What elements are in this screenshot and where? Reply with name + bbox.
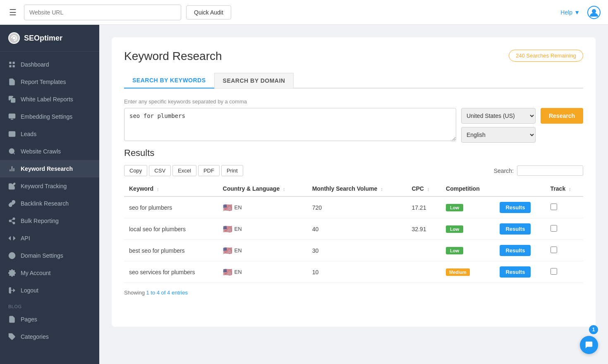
col-track: Track ↕ <box>546 181 583 196</box>
settings-icon <box>8 269 16 277</box>
sort-icon-track[interactable]: ↕ <box>569 187 571 192</box>
sort-icon-volume[interactable]: ↕ <box>381 187 383 192</box>
track-checkbox-2[interactable] <box>551 247 557 253</box>
sidebar-item-keyword-research[interactable]: Keyword Research <box>0 160 99 177</box>
cell-track-0 <box>546 196 583 218</box>
cell-keyword-0: seo for plumbers <box>124 196 218 218</box>
competition-badge-0: Low <box>446 204 463 211</box>
cell-results-btn-1: Results <box>495 218 545 240</box>
svg-point-12 <box>9 148 14 153</box>
table-search-input[interactable] <box>517 165 583 176</box>
excel-button[interactable]: Excel <box>172 165 196 176</box>
search-tabs: SEARCH BY KEYWORDS SEARCH BY DOMAIN <box>124 73 583 89</box>
cell-keyword-2: best seo for plumbers <box>124 240 218 261</box>
tag-icon <box>8 333 16 340</box>
svg-point-19 <box>13 222 15 224</box>
cell-keyword-3: seo services for plumbers <box>124 261 218 283</box>
svg-line-21 <box>11 219 13 220</box>
pdf-button[interactable]: PDF <box>198 165 220 176</box>
research-button[interactable]: Research <box>541 108 583 124</box>
svg-point-3 <box>13 37 15 39</box>
sidebar-item-backlink-research[interactable]: Backlink Research <box>0 195 99 212</box>
sidebar-item-white-label[interactable]: White Label Reports <box>0 91 99 108</box>
track-checkbox-3[interactable] <box>551 268 557 275</box>
flag-icon-0: 🇺🇸 <box>223 203 232 212</box>
col-keyword: Keyword ↕ <box>124 181 218 196</box>
export-buttons: Copy CSV Excel PDF Print <box>124 165 243 176</box>
chevron-down-icon: ▼ <box>574 9 580 16</box>
results-button-2[interactable]: Results <box>500 245 531 256</box>
table-row: seo services for plumbers 🇺🇸 EN 10 Mediu… <box>124 261 583 283</box>
edit-icon <box>8 182 16 190</box>
track-checkbox-0[interactable] <box>551 204 557 210</box>
sidebar-item-bulk-reporting[interactable]: Bulk Reporting <box>0 212 99 230</box>
cell-competition-1: Low <box>441 218 495 240</box>
layout: SEOptimer Dashboard Report Templates Whi… <box>0 25 608 364</box>
cell-country-2: 🇺🇸 EN <box>218 240 307 261</box>
sort-icon-keyword[interactable]: ↕ <box>157 187 159 192</box>
print-button[interactable]: Print <box>221 165 243 176</box>
url-input[interactable] <box>24 5 181 20</box>
sidebar-item-categories[interactable]: Categories <box>0 328 99 345</box>
svg-point-18 <box>9 220 11 222</box>
sidebar-item-report-templates[interactable]: Report Templates <box>0 73 99 91</box>
quick-audit-button[interactable]: Quick Audit <box>186 5 231 19</box>
sort-icon-country[interactable]: ↕ <box>283 187 285 192</box>
sidebar-item-dashboard[interactable]: Dashboard <box>0 56 99 73</box>
sidebar-item-domain-settings[interactable]: Domain Settings <box>0 247 99 264</box>
cell-volume-2: 30 <box>307 240 407 261</box>
hamburger-icon[interactable]: ☰ <box>7 5 19 20</box>
cell-volume-3: 10 <box>307 261 407 283</box>
country-select[interactable]: United States (US) United Kingdom (UK) C… <box>461 108 536 124</box>
user-icon[interactable] <box>586 5 601 20</box>
col-volume: Monthly Search Volume ↕ <box>307 181 407 196</box>
tab-by-domain[interactable]: SEARCH BY DOMAIN <box>214 73 294 89</box>
chat-button[interactable] <box>580 336 598 354</box>
flag-icon-2: 🇺🇸 <box>223 246 232 255</box>
cell-track-1 <box>546 218 583 240</box>
globe-icon <box>8 252 16 259</box>
cell-cpc-1: 32.91 <box>407 218 441 240</box>
showing-text: Showing 1 to 4 of 4 entries <box>124 290 583 296</box>
searches-remaining-badge: 240 Searches Remaining <box>509 50 583 62</box>
search-label: Search: <box>494 168 514 174</box>
main-content: Keyword Research 240 Searches Remaining … <box>99 25 608 364</box>
copy-button[interactable]: Copy <box>124 165 147 176</box>
svg-rect-5 <box>13 62 15 64</box>
sidebar-item-my-account[interactable]: My Account <box>0 264 99 282</box>
col-competition: Competition <box>441 181 495 196</box>
sidebar-item-logout[interactable]: Logout <box>0 282 99 299</box>
svg-point-17 <box>13 218 15 220</box>
svg-rect-7 <box>13 65 15 67</box>
sidebar-item-pages[interactable]: Pages <box>0 311 99 328</box>
svg-point-1 <box>592 9 596 13</box>
tab-by-keywords[interactable]: SEARCH BY KEYWORDS <box>124 73 214 89</box>
sidebar-item-embedding[interactable]: Embedding Settings <box>0 108 99 125</box>
share-icon <box>8 217 16 225</box>
results-button-3[interactable]: Results <box>500 266 531 278</box>
keyword-form-row: seo for plumbers United States (US) Unit… <box>124 108 583 143</box>
track-checkbox-1[interactable] <box>551 225 557 232</box>
competition-badge-2: Low <box>446 247 463 254</box>
sort-icon-cpc[interactable]: ↕ <box>427 187 430 192</box>
cell-volume-1: 40 <box>307 218 407 240</box>
showing-link[interactable]: 1 to 4 of 4 entries <box>146 290 187 296</box>
language-select[interactable]: English Spanish French <box>461 127 536 143</box>
sidebar-item-website-crawls[interactable]: Website Crawls <box>0 143 99 160</box>
sidebar-item-keyword-tracking[interactable]: Keyword Tracking <box>0 177 99 195</box>
results-button-0[interactable]: Results <box>500 202 531 213</box>
col-country-lang: Country & Language ↕ <box>218 181 307 196</box>
sidebar-item-api[interactable]: API <box>0 230 99 247</box>
flag-icon-1: 🇺🇸 <box>223 225 232 234</box>
sidebar-item-leads[interactable]: Leads <box>0 125 99 143</box>
help-button[interactable]: Help ▼ <box>560 9 580 16</box>
results-button-1[interactable]: Results <box>500 223 531 235</box>
cell-track-3 <box>546 261 583 283</box>
svg-rect-9 <box>9 114 15 118</box>
form-selects: United States (US) United Kingdom (UK) C… <box>461 108 536 143</box>
results-title: Results <box>124 148 583 158</box>
csv-button[interactable]: CSV <box>149 165 171 176</box>
keyword-textarea[interactable]: seo for plumbers <box>124 108 456 141</box>
svg-rect-8 <box>11 98 15 103</box>
cell-volume-0: 720 <box>307 196 407 218</box>
